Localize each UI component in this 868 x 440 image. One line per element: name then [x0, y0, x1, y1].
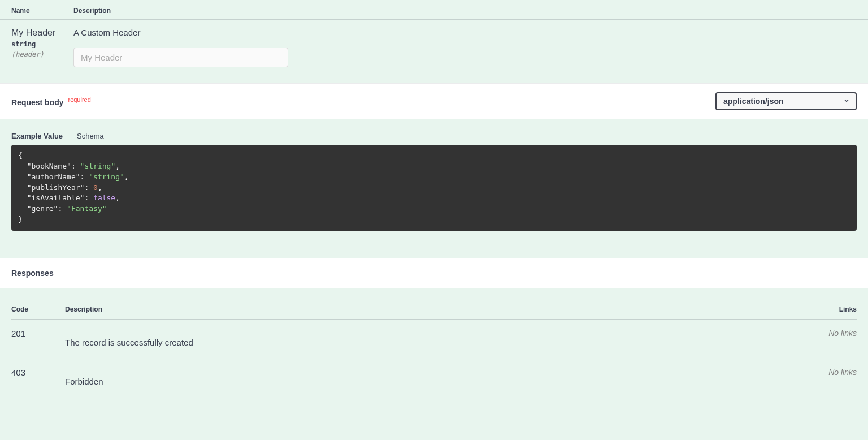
request-body-title: Request body: [11, 97, 64, 106]
tab-example-value[interactable]: Example Value: [11, 132, 63, 140]
tab-separator: [70, 132, 70, 140]
response-row: 201The record is successfully createdNo …: [11, 320, 857, 359]
parameters-header-name: Name: [11, 7, 73, 15]
parameter-row: My Header string (header) A Custom Heade…: [0, 20, 868, 83]
parameter-value-input[interactable]: [73, 48, 288, 67]
response-description: The record is successfully created: [65, 329, 811, 347]
parameter-description: A Custom Header: [73, 28, 857, 37]
request-body-title-wrap: Request body required: [11, 96, 91, 107]
example-code-block[interactable]: { "bookName": "string", "authorName": "s…: [11, 145, 857, 231]
request-body-content: Example Value Schema { "bookName": "stri…: [0, 119, 868, 258]
body-tabs: Example Value Schema: [11, 132, 857, 140]
content-type-select[interactable]: application/json: [715, 92, 857, 110]
responses-header-description: Description: [65, 305, 811, 313]
parameter-type: string: [11, 40, 73, 48]
parameter-name: My Header: [11, 28, 73, 38]
parameter-name-column: My Header string (header): [11, 28, 73, 67]
responses-title: Responses: [11, 269, 54, 278]
parameters-table-header: Name Description: [0, 0, 868, 20]
responses-header-links: Links: [811, 305, 857, 313]
required-badge: required: [68, 96, 90, 103]
response-description: Forbidden: [65, 368, 811, 386]
response-code: 403: [11, 368, 65, 386]
responses-section: Responses: [0, 258, 868, 288]
request-body-section: Request body required application/json: [0, 83, 868, 119]
responses-table-header: Code Description Links: [11, 305, 857, 320]
parameters-header-description: Description: [73, 7, 111, 15]
parameter-in: (header): [11, 50, 73, 58]
response-links: No links: [811, 368, 857, 386]
response-row: 403ForbiddenNo links: [11, 359, 857, 398]
response-links: No links: [811, 329, 857, 347]
responses-header-code: Code: [11, 305, 65, 313]
responses-table: Code Description Links 201The record is …: [0, 288, 868, 409]
parameter-description-column: A Custom Header: [73, 28, 857, 67]
content-type-select-wrap[interactable]: application/json: [715, 92, 857, 110]
tab-schema[interactable]: Schema: [77, 132, 104, 140]
response-code: 201: [11, 329, 65, 347]
